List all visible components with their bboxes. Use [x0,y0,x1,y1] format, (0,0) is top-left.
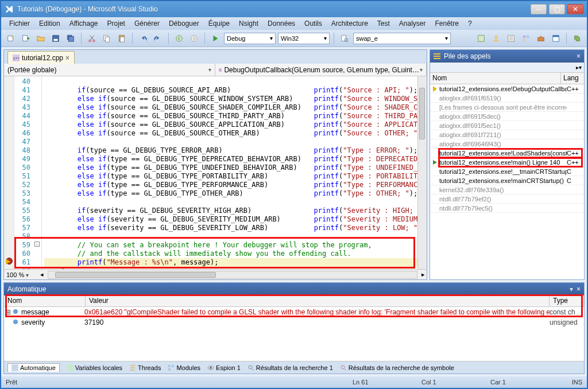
callstack-row[interactable]: atioglxx.dll!691f5dec() [430,112,584,121]
start-page-icon[interactable] [550,32,562,45]
svg-rect-28 [434,56,440,57]
cut-icon[interactable] [86,32,98,45]
save-all-icon[interactable] [64,32,77,45]
fold-toggle-icon[interactable]: - [34,242,40,247]
menu-fenetre[interactable]: Fenêtre [431,18,463,29]
maximize-button[interactable]: ▢ [549,4,565,14]
bottom-tab-watch1[interactable]: Espion 1 [207,364,241,371]
menu-architecture[interactable]: Architecture [327,18,373,29]
member-combo[interactable]: DebugOutputCallback(GLenum source, GLenu… [215,64,427,76]
nav-fwd-icon[interactable] [188,32,200,45]
callstack-row[interactable]: atioglxx.dll!691f6519() [430,94,584,103]
menu-outils[interactable]: Outils [300,18,327,29]
config-combo[interactable]: Debug▾ [224,33,276,44]
callstack-col-lang[interactable]: Lang [561,73,584,84]
hscroll-thumb[interactable] [55,272,216,278]
add-item-icon[interactable] [20,32,32,45]
callstack-options-icon[interactable]: ▸▾ [576,64,582,71]
callstack-row[interactable]: tutorial12_extensions.exe!main() Ligne 1… [430,158,584,167]
callstack-close-icon[interactable]: × [577,52,581,60]
autos-body[interactable]: ⊞ message 0x061ae620 "glCompileShader fa… [4,307,584,361]
hscroll-left-icon[interactable]: ◂ [38,271,45,278]
callstack-row[interactable]: kernel32.dll!76fe339a() [430,185,584,194]
svg-rect-35 [172,365,174,367]
autos-close-icon[interactable]: × [577,285,581,293]
svg-rect-19 [523,35,525,37]
bottom-tab-threads[interactable]: Threads [129,364,161,371]
autos-row[interactable]: severity 37190 unsigned [4,317,584,328]
modules-tab-icon [168,364,175,371]
menu-deboguer[interactable]: Déboguer [164,18,204,29]
quick-find-combo[interactable]: swap_e▾ [353,33,451,44]
undo-icon[interactable] [137,32,149,45]
callstack-row[interactable]: tutorial12_extensions.exe!LoadShaders(co… [430,149,584,158]
bottom-tab-modules[interactable]: Modules [168,364,200,371]
solution-explorer-icon[interactable] [475,32,488,45]
platform-combo[interactable]: Win32▾ [278,33,330,44]
horizontal-scrollbar[interactable] [48,271,417,279]
menu-nsight[interactable]: Nsight [234,18,263,29]
redo-icon[interactable] [152,32,164,45]
tab-close-icon[interactable]: × [65,54,69,62]
zoom-combo[interactable]: 100 % ▾ [4,271,38,278]
minimize-button[interactable]: ─ [531,4,547,14]
menu-equipe[interactable]: Équipe [204,18,234,29]
callstack-body[interactable]: tutorial12_extensions.exe!DebugOutputCal… [430,84,584,279]
document-tab[interactable]: c++ tutorial12.cpp × [7,51,75,64]
autos-pin-icon[interactable]: ▾ [570,285,573,293]
autos-header: Nom Valeur Type [4,295,584,307]
hscroll-right-icon[interactable]: ▸ [420,271,427,278]
callstack-row[interactable]: tutorial12_extensions.exe!__tmainCRTStar… [430,167,584,176]
autos-row[interactable]: ⊞ message 0x061ae620 "glCompileShader fa… [4,307,584,317]
menu-test[interactable]: Test [373,18,394,29]
save-icon[interactable] [49,32,62,45]
callstack-pane: Pile des appels × ▸▾ Nom Lang tutorial12… [430,49,585,280]
menu-affichage[interactable]: Affichage [65,18,103,29]
menu-analyser[interactable]: Analyser [394,18,431,29]
callstack-row[interactable]: atioglxx.dll!691f5ec1() [430,121,584,130]
menu-edition[interactable]: Edition [34,18,65,29]
menu-donnees[interactable]: Données [263,18,300,29]
close-button[interactable]: ✕ [567,4,583,14]
autos-col-value[interactable]: Valeur [86,295,550,306]
team-explorer-icon[interactable] [490,32,502,45]
fold-gutter[interactable]: - [34,76,42,269]
callstack-col-name[interactable]: Nom [430,73,561,84]
callstack-row[interactable]: atioglxx.dll!691f7211() [430,130,584,139]
new-project-icon[interactable] [5,32,17,45]
bottom-tab-locals[interactable]: Variables locales [67,364,122,371]
callstack-header: Nom Lang [430,73,584,84]
vertical-scrollbar[interactable] [417,76,427,269]
bottom-tab-automatique[interactable]: Automatique [7,363,60,372]
properties-icon[interactable] [505,32,517,45]
object-browser-icon[interactable] [520,32,532,45]
callstack-row[interactable]: atioglxx.dll!69646f43() [430,139,584,149]
menu-fichier[interactable]: Fichier [5,18,34,29]
autos-col-type[interactable]: Type [550,295,584,306]
callstack-row[interactable]: tutorial12_extensions.exe!mainCRTStartup… [430,176,584,185]
open-icon[interactable] [34,32,47,45]
bottom-tab-symbolresults[interactable]: Résultats de la recherche de symbole [340,364,454,371]
autos-col-name[interactable]: Nom [4,295,86,306]
extensions-icon[interactable] [571,32,583,45]
callstack-row[interactable]: ntdll.dll!77b79ef2() [430,194,584,204]
svg-rect-33 [67,364,74,371]
paste-icon[interactable] [115,32,128,45]
nav-back-icon[interactable] [173,32,185,45]
menu-projet[interactable]: Projet [103,18,130,29]
callstack-row[interactable]: ntdll.dll!77b79ec5() [430,204,584,213]
bottom-tab-findresults1[interactable]: Résultats de la recherche 1 [247,364,333,371]
toolbox-icon[interactable] [535,32,547,45]
callstack-row[interactable]: tutorial12_extensions.exe!DebugOutputCal… [430,84,584,94]
find-in-files-icon[interactable] [338,32,351,45]
vscroll-thumb[interactable] [419,88,425,139]
callstack-row[interactable]: [Les frames ci-dessous sont peut-être in… [430,103,584,112]
start-debug-icon[interactable] [209,32,222,45]
menu-help[interactable]: ? [463,18,477,29]
code-area[interactable]: if(source == GL_DEBUG_SOURCE_API_ARB) pr… [42,76,427,269]
copy-icon[interactable] [100,32,113,45]
breakpoint-gutter[interactable] [4,76,14,269]
menu-generer[interactable]: Générer [130,18,164,29]
code-editor[interactable]: 4041424344454647484950515253545556575859… [4,76,427,269]
scope-combo[interactable]: (Portée globale)▾ [4,64,215,76]
